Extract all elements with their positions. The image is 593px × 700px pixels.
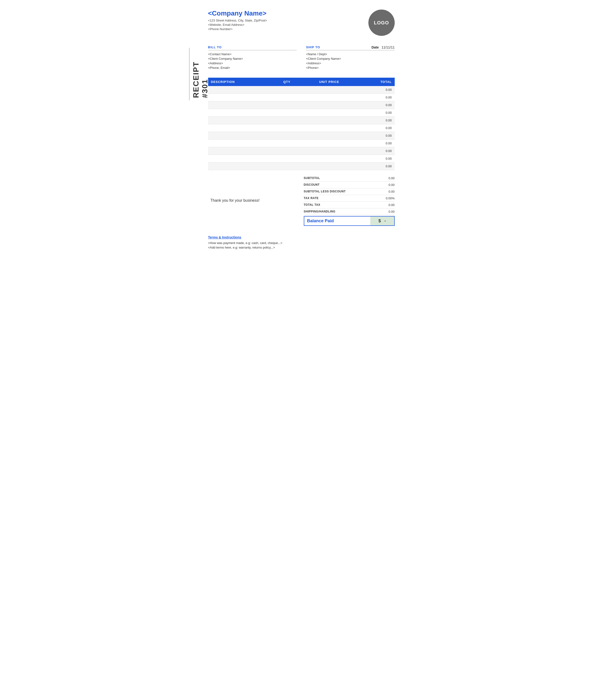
subtotal-value: 0.00 xyxy=(389,176,394,180)
cell-description xyxy=(208,101,273,109)
company-name: <Company Name> xyxy=(208,9,267,17)
bill-to-block: BILL TO <Contact Name> <Client Company N… xyxy=(208,45,296,71)
table-row: 0.00 xyxy=(208,140,395,147)
cell-total: 0.00 xyxy=(357,147,395,155)
cell-qty xyxy=(273,155,301,163)
terms-line2: <Add terms here, e.g: warranty, returns … xyxy=(208,246,395,249)
cell-description xyxy=(208,147,273,155)
table-row: 0.00 xyxy=(208,132,395,140)
shipping-value: 0.00 xyxy=(389,210,394,213)
bill-to-contact: <Contact Name> xyxy=(208,52,296,56)
billing-section: BILL TO <Contact Name> <Client Company N… xyxy=(208,45,395,71)
ship-to-address: <Address> xyxy=(306,61,395,65)
cell-total: 0.00 xyxy=(357,124,395,132)
subtotal-less-discount-label: SUBTOTAL LESS DISCOUNT xyxy=(304,190,346,193)
cell-qty xyxy=(273,163,301,170)
cell-description xyxy=(208,94,273,101)
cell-unit-price xyxy=(301,117,357,124)
bill-to-label: BILL TO xyxy=(208,45,296,50)
cell-description xyxy=(208,155,273,163)
cell-total: 0.00 xyxy=(357,155,395,163)
terms-title: Terms & Instructions xyxy=(208,235,395,239)
subtotal-row: SUBTOTAL 0.00 xyxy=(304,175,395,182)
cell-total: 0.00 xyxy=(357,101,395,109)
cell-description xyxy=(208,109,273,117)
cell-description xyxy=(208,124,273,132)
company-logo: LOGO xyxy=(368,9,395,36)
balance-currency: $ xyxy=(379,218,381,223)
ship-to-phone: <Phone> xyxy=(306,66,395,70)
cell-total: 0.00 xyxy=(357,163,395,170)
cell-unit-price xyxy=(301,109,357,117)
cell-unit-price xyxy=(301,147,357,155)
items-table: DESCRIPTION QTY UNIT PRICE TOTAL 0.00 0.… xyxy=(208,78,395,170)
cell-unit-price xyxy=(301,94,357,101)
thank-you-message: Thank you for your business! xyxy=(208,199,260,203)
discount-value: 0.00 xyxy=(389,183,394,187)
bill-to-address: <Address> xyxy=(208,61,296,65)
balance-paid-value: $ - xyxy=(370,217,394,225)
col-qty: QTY xyxy=(273,78,301,86)
cell-unit-price xyxy=(301,155,357,163)
cell-unit-price xyxy=(301,140,357,147)
table-row: 0.00 xyxy=(208,94,395,101)
table-header-row: DESCRIPTION QTY UNIT PRICE TOTAL xyxy=(208,78,395,86)
subtotal-less-discount-row: SUBTOTAL LESS DISCOUNT 0.00 xyxy=(304,188,395,195)
discount-label: DISCOUNT xyxy=(304,183,320,187)
total-tax-row: TOTAL TAX 0.00 xyxy=(304,202,395,208)
cell-qty xyxy=(273,117,301,124)
cell-description xyxy=(208,140,273,147)
cell-total: 0.00 xyxy=(357,86,395,94)
cell-total: 0.00 xyxy=(357,109,395,117)
table-row: 0.00 xyxy=(208,86,395,94)
col-total: TOTAL xyxy=(357,78,395,86)
cell-unit-price xyxy=(301,101,357,109)
cell-unit-price xyxy=(301,132,357,140)
table-row: 0.00 xyxy=(208,101,395,109)
col-unit-price: UNIT PRICE xyxy=(301,78,357,86)
tax-rate-value: 0.00% xyxy=(386,196,395,200)
col-description: DESCRIPTION xyxy=(208,78,273,86)
cell-qty xyxy=(273,132,301,140)
discount-row: DISCOUNT 0.00 xyxy=(304,182,395,188)
tax-rate-row: TAX RATE 0.00% xyxy=(304,195,395,202)
shipping-label: SHIPPING/HANDLING xyxy=(304,210,335,213)
ship-to-name: <Name / Dept> xyxy=(306,52,395,56)
bill-to-company: <Client Company Name> xyxy=(208,57,296,60)
ship-to-company: <Client Company Name> xyxy=(306,57,395,60)
total-tax-value: 0.00 xyxy=(389,203,394,207)
table-row: 0.00 xyxy=(208,117,395,124)
cell-unit-price xyxy=(301,124,357,132)
date-block: Date 11/11/11 xyxy=(371,45,395,49)
cell-unit-price xyxy=(301,163,357,170)
date-value: 11/11/11 xyxy=(382,45,395,49)
subtotal-label: SUBTOTAL xyxy=(304,176,320,180)
table-row: 0.00 xyxy=(208,147,395,155)
balance-paid-row: Balance Paid $ - xyxy=(304,216,395,226)
cell-qty xyxy=(273,140,301,147)
cell-description xyxy=(208,117,273,124)
table-row: 0.00 xyxy=(208,155,395,163)
cell-total: 0.00 xyxy=(357,94,395,101)
totals-table: SUBTOTAL 0.00 DISCOUNT 0.00 SUBTOTAL LES… xyxy=(304,175,395,226)
balance-paid-label: Balance Paid xyxy=(304,217,337,225)
cell-total: 0.00 xyxy=(357,140,395,147)
cell-qty xyxy=(273,101,301,109)
header: <Company Name> <123 Street Address, City… xyxy=(208,9,395,36)
totals-area: Thank you for your business! SUBTOTAL 0.… xyxy=(208,175,395,226)
shipping-row: SHIPPING/HANDLING 0.00 xyxy=(304,208,395,215)
cell-description xyxy=(208,163,273,170)
company-info: <Company Name> <123 Street Address, City… xyxy=(208,9,267,32)
terms-line1: <How was payment made, e.g: cash, card, … xyxy=(208,241,395,245)
company-website: <Website, Email Address> xyxy=(208,23,267,27)
total-tax-label: TOTAL TAX xyxy=(304,203,321,207)
table-row: 0.00 xyxy=(208,124,395,132)
cell-qty xyxy=(273,124,301,132)
company-address: <123 Street Address, City, State, Zip/Po… xyxy=(208,18,267,22)
table-row: 0.00 xyxy=(208,163,395,170)
cell-total: 0.00 xyxy=(357,117,395,124)
terms-section: Terms & Instructions <How was payment ma… xyxy=(208,233,395,249)
subtotal-less-discount-value: 0.00 xyxy=(389,190,394,193)
cell-qty xyxy=(273,94,301,101)
tax-rate-label: TAX RATE xyxy=(304,196,319,200)
